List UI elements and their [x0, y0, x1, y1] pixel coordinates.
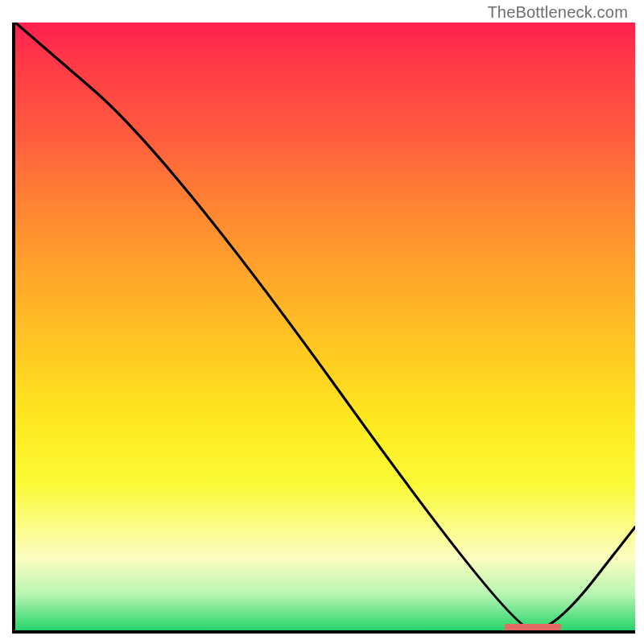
- optimal-range-marker: [505, 624, 560, 630]
- chart-plot-area: [12, 23, 635, 634]
- watermark-text: TheBottleneck.com: [487, 3, 628, 22]
- bottleneck-curve-path: [15, 23, 635, 630]
- chart-line-svg: [15, 23, 635, 630]
